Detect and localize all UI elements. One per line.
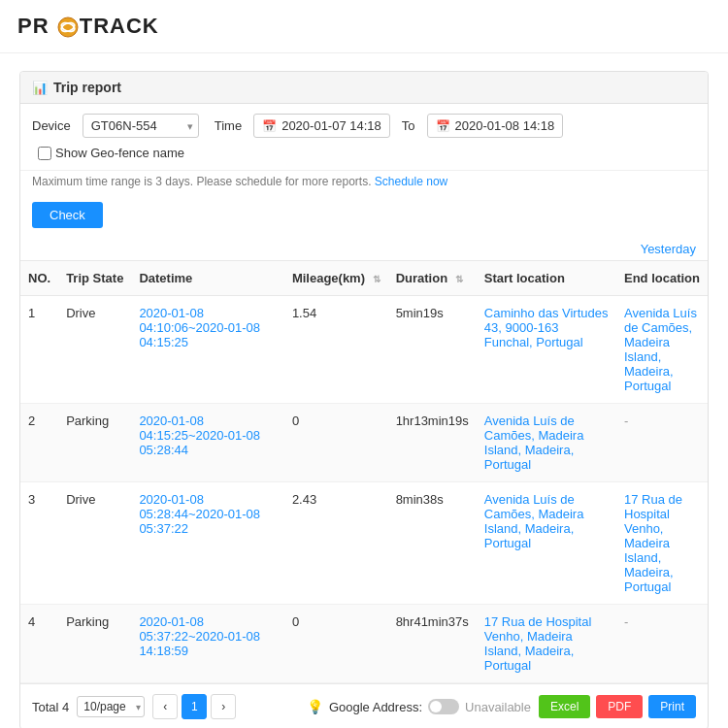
calendar-icon-from: 📅 — [262, 119, 277, 133]
google-address-label: Google Address: — [329, 700, 422, 714]
cell-no: 1 — [20, 296, 58, 404]
cell-duration: 5min19s — [388, 296, 477, 404]
prev-page-button[interactable]: ‹ — [152, 694, 178, 719]
device-select[interactable]: GT06N-554 — [83, 114, 199, 138]
cell-end-location: - — [616, 404, 708, 482]
excel-button[interactable]: Excel — [539, 695, 590, 718]
cell-state: Parking — [58, 404, 131, 482]
cell-datetime: 2020-01-08 05:37:22~2020-01-08 14:18:59 — [131, 605, 284, 683]
pdf-button[interactable]: PDF — [596, 695, 643, 718]
cell-no: 2 — [20, 404, 58, 482]
check-row: Check — [20, 196, 708, 238]
info-row: Maximum time range is 3 days. Please sch… — [20, 171, 708, 196]
duration-sort-icon[interactable]: ⇅ — [455, 274, 463, 284]
cell-datetime: 2020-01-08 04:15:25~2020-01-08 05:28:44 — [131, 404, 284, 482]
table-header-row: NO. Trip State Datetime Mileage(km) ⇅ Du… — [20, 261, 708, 296]
cell-mileage: 0 — [284, 404, 388, 482]
logo-text: PR TRACK — [17, 14, 159, 39]
table-row: 1 Drive 2020-01-08 04:10:06~2020-01-08 0… — [20, 296, 708, 404]
next-page-button[interactable]: › — [211, 694, 236, 719]
export-buttons: Excel PDF Print — [539, 695, 696, 718]
table-body: 1 Drive 2020-01-08 04:10:06~2020-01-08 0… — [20, 296, 708, 683]
cell-no: 4 — [20, 605, 58, 683]
cell-start-location: Avenida Luís de Camões, Madeira Island, … — [477, 482, 616, 605]
app-header: PR TRACK — [0, 0, 728, 53]
th-mileage: Mileage(km) ⇅ — [284, 261, 388, 296]
time-from-input[interactable]: 📅 2020-01-07 14:18 — [253, 114, 390, 138]
table-wrapper: NO. Trip State Datetime Mileage(km) ⇅ Du… — [20, 260, 708, 683]
cell-duration: 8hr41min37s — [388, 605, 477, 683]
cell-start-location: Avenida Luís de Camões, Madeira Island, … — [477, 404, 616, 482]
logo-icon — [57, 17, 79, 38]
cell-state: Drive — [58, 482, 131, 605]
th-trip-state: Trip State — [58, 261, 131, 296]
time-label: Time — [215, 118, 242, 133]
bar-chart-icon: 📊 — [32, 81, 48, 95]
google-address-toggle[interactable] — [428, 699, 459, 714]
toggle-slider — [428, 699, 459, 714]
page-size-select-wrapper[interactable]: 10/page — [77, 696, 145, 717]
to-label: To — [402, 118, 415, 133]
cell-start-location: Caminho das Virtudes 43, 9000-163 Funcha… — [477, 296, 616, 404]
pagination: ‹ 1 › — [152, 694, 236, 719]
info-message: Maximum time range is 3 days. Please sch… — [32, 175, 371, 188]
cell-duration: 1hr13min19s — [388, 404, 477, 482]
cell-no: 3 — [20, 482, 58, 605]
time-to-value: 2020-01-08 14:18 — [455, 118, 555, 133]
yesterday-row: Yesterday — [20, 238, 708, 260]
cell-mileage: 1.54 — [284, 296, 388, 404]
geo-fence-checkbox-wrapper[interactable]: Show Geo-fence name — [38, 146, 184, 160]
cell-state: Drive — [58, 296, 131, 404]
time-to-input[interactable]: 📅 2020-01-08 14:18 — [427, 114, 564, 138]
trip-table: NO. Trip State Datetime Mileage(km) ⇅ Du… — [20, 260, 708, 683]
page-size-select[interactable]: 10/page — [77, 696, 145, 717]
schedule-link[interactable]: Schedule now — [375, 175, 447, 188]
page-1-button[interactable]: 1 — [182, 694, 207, 719]
calendar-icon-to: 📅 — [436, 119, 450, 133]
panel-title: Trip report — [53, 80, 121, 95]
cell-state: Parking — [58, 605, 131, 683]
cell-datetime: 2020-01-08 04:10:06~2020-01-08 04:15:25 — [131, 296, 284, 404]
device-select-wrapper[interactable]: GT06N-554 — [83, 114, 199, 138]
cell-datetime: 2020-01-08 05:28:44~2020-01-08 05:37:22 — [131, 482, 284, 605]
th-end-location: End location — [616, 261, 708, 296]
table-row: 4 Parking 2020-01-08 05:37:22~2020-01-08… — [20, 605, 708, 683]
unavailable-label: Unavailable — [465, 700, 531, 714]
table-footer: Total 4 10/page ‹ 1 › 💡 Google Address: … — [20, 683, 708, 728]
cell-end-location: Avenida Luís de Camões, Madeira Island, … — [616, 296, 708, 404]
panel-header: 📊 Trip report — [20, 72, 708, 104]
table-row: 2 Parking 2020-01-08 04:15:25~2020-01-08… — [20, 404, 708, 482]
cell-end-location: 17 Rua de Hospital Venho, Madeira Island… — [616, 482, 708, 605]
geo-fence-checkbox[interactable] — [38, 147, 51, 160]
main-content: 📊 Trip report Device GT06N-554 Time 📅 20… — [0, 53, 728, 728]
check-button[interactable]: Check — [32, 202, 103, 228]
table-row: 3 Drive 2020-01-08 05:28:44~2020-01-08 0… — [20, 482, 708, 605]
th-start-location: Start location — [477, 261, 616, 296]
logo: PR TRACK — [17, 14, 159, 39]
bulb-icon: 💡 — [307, 699, 323, 714]
google-address-section: 💡 Google Address: Unavailable — [307, 699, 531, 714]
yesterday-link[interactable]: Yesterday — [641, 242, 696, 256]
mileage-sort-icon[interactable]: ⇅ — [373, 274, 381, 284]
th-no: NO. — [20, 261, 58, 296]
cell-mileage: 2.43 — [284, 482, 388, 605]
time-from-value: 2020-01-07 14:18 — [281, 118, 381, 133]
device-label: Device — [32, 118, 71, 133]
cell-mileage: 0 — [284, 605, 388, 683]
trip-report-panel: 📊 Trip report Device GT06N-554 Time 📅 20… — [19, 71, 709, 728]
cell-start-location: 17 Rua de Hospital Venho, Madeira Island… — [477, 605, 616, 683]
cell-end-location: - — [616, 605, 708, 683]
print-button[interactable]: Print — [648, 695, 696, 718]
total-label: Total 4 — [32, 700, 69, 714]
geo-fence-label: Show Geo-fence name — [55, 146, 184, 160]
th-datetime: Datetime — [131, 261, 284, 296]
controls-row: Device GT06N-554 Time 📅 2020-01-07 14:18… — [20, 104, 708, 171]
cell-duration: 8min38s — [388, 482, 477, 605]
th-duration: Duration ⇅ — [388, 261, 477, 296]
